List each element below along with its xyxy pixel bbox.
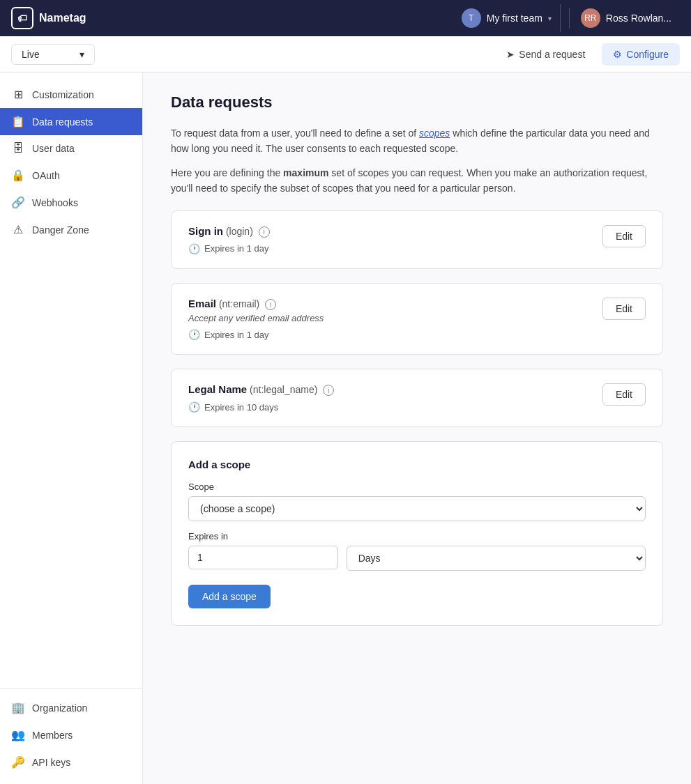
sidebar-item-user-data[interactable]: 🗄 User data (0, 135, 142, 162)
logo-icon: 🏷 (11, 7, 33, 29)
send-icon: ➤ (506, 49, 515, 60)
team-selector[interactable]: T My first team ▾ (453, 4, 561, 32)
scope-card-sign-in-content: Sign in (login) i 🕐 Expires in 1 day (188, 225, 591, 254)
expires-unit-spacer (347, 531, 646, 541)
intro-para2-bold: maximum (283, 167, 328, 178)
sidebar-label-members: Members (32, 730, 73, 741)
legal-name-expiry: Expires in 10 days (204, 402, 278, 413)
sidebar-label-oauth: OAuth (32, 170, 60, 181)
expires-row: Expires in Days Hours Weeks Months (188, 531, 646, 571)
sidebar-bottom: 🏢 Organization 👥 Members 🔑 API keys (0, 688, 142, 776)
expires-unit-wrapper: Days Hours Weeks Months (347, 531, 646, 571)
sidebar-item-members[interactable]: 👥 Members (0, 721, 142, 748)
scope-card-sign-in-title: Sign in (login) i (188, 225, 591, 238)
logo-text: Nametag (39, 12, 86, 24)
add-scope-card: Add a scope Scope (choose a scope) Expir… (171, 441, 663, 626)
scope-card-sign-in: Sign in (login) i 🕐 Expires in 1 day Edi… (171, 210, 663, 269)
sign-in-info-icon[interactable]: i (259, 226, 270, 238)
send-request-button[interactable]: ➤ Send a request (495, 43, 596, 66)
configure-label: Configure (626, 49, 669, 60)
sidebar-item-customization[interactable]: ⊞ Customization (0, 81, 142, 108)
sidebar-label-webhooks: Webhooks (32, 197, 78, 208)
intro-para-1: To request data from a user, you'll need… (171, 125, 663, 157)
user-name: Ross Rowlan... (606, 13, 671, 24)
clock-icon-email: 🕐 (188, 329, 200, 340)
customization-icon: ⊞ (11, 88, 25, 101)
sidebar-item-organization[interactable]: 🏢 Organization (0, 694, 142, 721)
user-data-icon: 🗄 (11, 142, 25, 155)
sidebar-item-api-keys[interactable]: 🔑 API keys (0, 748, 142, 776)
clock-icon: 🕐 (188, 243, 200, 254)
layout: ⊞ Customization 📋 Data requests 🗄 User d… (0, 72, 691, 784)
gear-icon: ⚙ (613, 49, 622, 60)
add-scope-button-label: Add a scope (202, 591, 257, 602)
scope-card-email-content: Email (nt:email) i Accept any verified e… (188, 298, 591, 340)
api-keys-icon: 🔑 (11, 755, 25, 769)
sign-in-expiry: Expires in 1 day (204, 243, 269, 254)
legal-name-edit-button[interactable]: Edit (602, 383, 646, 406)
scope-card-legal-name-expiry: 🕐 Expires in 10 days (188, 401, 591, 413)
divider (569, 8, 570, 29)
expires-in-label: Expires in (188, 531, 338, 541)
sidebar-label-customization: Customization (32, 89, 94, 100)
env-chevron-icon: ▾ (79, 49, 84, 60)
scope-card-legal-name: Legal Name (nt:legal_name) i 🕐 Expires i… (171, 369, 663, 427)
sidebar: ⊞ Customization 📋 Data requests 🗄 User d… (0, 72, 143, 784)
clock-icon-legal: 🕐 (188, 401, 200, 413)
sidebar-label-danger-zone: Danger Zone (32, 224, 89, 236)
email-title: Email (188, 298, 216, 309)
legal-name-code: (nt:legal_name) (250, 384, 317, 395)
logo: 🏷 Nametag (11, 7, 86, 29)
env-selector[interactable]: Live ▾ (11, 44, 95, 65)
sidebar-item-danger-zone[interactable]: ⚠ Danger Zone (0, 216, 142, 243)
sidebar-label-api-keys: API keys (32, 757, 70, 768)
email-expiry: Expires in 1 day (204, 330, 269, 340)
scope-select-label: Scope (188, 482, 646, 492)
email-edit-button[interactable]: Edit (602, 298, 646, 320)
oauth-icon: 🔒 (11, 169, 25, 182)
main-content: Data requests To request data from a use… (143, 72, 691, 784)
email-code: (nt:email) (219, 298, 259, 309)
top-nav-right: T My first team ▾ RR Ross Rowlan... (453, 4, 680, 32)
scope-card-legal-name-content: Legal Name (nt:legal_name) i 🕐 Expires i… (188, 383, 591, 413)
scope-card-email: Email (nt:email) i Accept any verified e… (171, 283, 663, 355)
team-name: My first team (487, 13, 542, 24)
sidebar-item-data-requests[interactable]: 📋 Data requests (0, 108, 142, 135)
expires-number-wrapper: Expires in (188, 531, 338, 571)
sign-in-edit-button[interactable]: Edit (602, 225, 646, 247)
add-scope-title: Add a scope (188, 459, 646, 470)
scopes-link[interactable]: scopes (419, 128, 450, 139)
email-subtitle: Accept any verified email address (188, 313, 591, 323)
danger-zone-icon: ⚠ (11, 223, 25, 236)
add-scope-button[interactable]: Add a scope (188, 585, 271, 608)
sidebar-label-user-data: User data (32, 143, 75, 154)
scope-card-sign-in-expiry: 🕐 Expires in 1 day (188, 243, 591, 254)
sign-in-title: Sign in (188, 225, 223, 237)
chevron-down-icon: ▾ (548, 15, 552, 22)
intro-para1-pre: To request data from a user, you'll need… (171, 128, 419, 139)
intro-para-2: Here you are defining the maximum set of… (171, 165, 663, 197)
scope-card-email-title-row: Email (nt:email) i (188, 298, 591, 310)
sidebar-item-oauth[interactable]: 🔒 OAuth (0, 162, 142, 189)
sub-nav-actions: ➤ Send a request ⚙ Configure (495, 43, 680, 66)
legal-name-title: Legal Name (188, 383, 247, 395)
intro-para2-pre: Here you are defining the (171, 167, 283, 178)
sidebar-label-data-requests: Data requests (32, 116, 93, 128)
sidebar-top: ⊞ Customization 📋 Data requests 🗄 User d… (0, 81, 142, 243)
expires-unit-select[interactable]: Days Hours Weeks Months (347, 546, 646, 571)
members-icon: 👥 (11, 728, 25, 741)
configure-button[interactable]: ⚙ Configure (602, 43, 680, 66)
send-request-label: Send a request (519, 49, 585, 60)
env-label: Live (22, 49, 40, 60)
expires-number-input[interactable] (188, 546, 338, 569)
email-info-icon[interactable]: i (265, 299, 276, 310)
sidebar-label-organization: Organization (32, 702, 87, 714)
user-avatar: RR (581, 8, 600, 28)
sign-in-code: (login) (226, 226, 253, 237)
scope-card-email-expiry: 🕐 Expires in 1 day (188, 329, 591, 340)
legal-name-info-icon[interactable]: i (323, 385, 334, 396)
page-title: Data requests (171, 93, 663, 112)
user-selector[interactable]: RR Ross Rowlan... (572, 4, 680, 32)
sidebar-item-webhooks[interactable]: 🔗 Webhooks (0, 189, 142, 216)
scope-select[interactable]: (choose a scope) (188, 496, 646, 521)
